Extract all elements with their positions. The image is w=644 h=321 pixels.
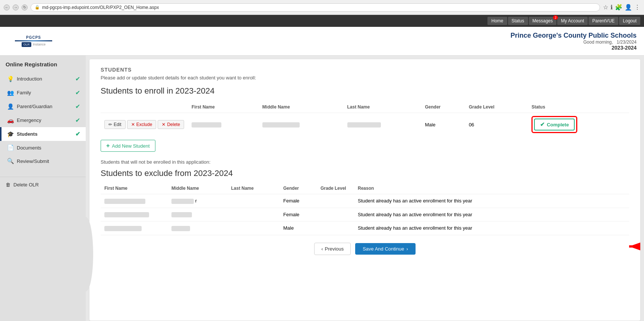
excl-reason-2: Student already has an active enrollment… xyxy=(354,208,629,221)
main-layout: Online Registration 💡 Introduction ✔ 👥 F… xyxy=(0,56,644,321)
delete-olr-label: Delete OLR xyxy=(13,182,39,188)
complete-badge: ✔ Complete xyxy=(534,119,575,130)
student-last-name xyxy=(344,113,422,136)
top-navigation: Home Status Messages 2 My Account Parent… xyxy=(0,15,644,27)
family-icon: 👥 xyxy=(7,89,14,96)
url-bar[interactable]: 🔒 md-pgcps-imp.edupoint.com/OLR/PXP2_OEN… xyxy=(31,3,600,12)
sidebar-item-introduction[interactable]: 💡 Introduction ✔ xyxy=(0,72,86,86)
sidebar-divider xyxy=(0,177,86,177)
logo: PGCPS OLR Instance xyxy=(7,30,60,52)
excl-gender-1: Female xyxy=(280,194,317,208)
sidebar-label-family: Family xyxy=(17,90,72,95)
excl-last-name-3 xyxy=(227,221,280,235)
action-buttons: ✏ Edit ✕ Exclude ✕ Delete xyxy=(104,120,184,129)
sidebar-item-review-submit[interactable]: 🔍 Review/Submit xyxy=(0,154,86,168)
previous-button[interactable]: ‹ Previous xyxy=(314,243,351,255)
col-header-last-name: Last Name xyxy=(344,101,422,113)
excl-last-name-2 xyxy=(227,208,280,221)
status-nav-link[interactable]: Status xyxy=(508,17,528,25)
lightbulb-icon: 💡 xyxy=(7,76,14,82)
logo-instance: Instance xyxy=(33,43,45,46)
sidebar-label-introduction: Introduction xyxy=(17,76,72,82)
table-row: ✏ Edit ✕ Exclude ✕ Delete xyxy=(101,113,629,136)
student-status-cell: ✔ Complete xyxy=(528,113,629,136)
excl-middle-name-1: r xyxy=(168,194,227,208)
school-year: 2023-2024 xyxy=(511,45,637,51)
save-and-continue-button[interactable]: Save And Continue › xyxy=(355,243,416,255)
table-row: r Female Student already has an active e… xyxy=(101,194,629,208)
sidebar-label-documents: Documents xyxy=(17,145,80,151)
graduation-icon: 🎓 xyxy=(7,131,14,138)
complete-label: Complete xyxy=(547,122,569,128)
sidebar-label-parent: Parent/Guardian xyxy=(17,104,72,109)
forward-button[interactable]: → xyxy=(13,4,19,10)
my-account-nav-link[interactable]: My Account xyxy=(557,17,588,25)
student-gender: Male xyxy=(421,113,465,136)
exclude-student-button[interactable]: ✕ Exclude xyxy=(127,120,157,129)
excl-col-first-name: First Name xyxy=(101,183,168,194)
trash-icon: 🗑 xyxy=(6,182,10,188)
excl-first-name-2 xyxy=(101,208,168,221)
bookmark-icon[interactable]: ☆ xyxy=(603,4,608,11)
col-header-gender: Gender xyxy=(421,101,465,113)
home-nav-link[interactable]: Home xyxy=(487,17,507,25)
sidebar-item-delete-olr[interactable]: 🗑 Delete OLR xyxy=(0,179,86,191)
logo-olr-badge: OLR xyxy=(22,42,31,47)
excl-col-gender: Gender xyxy=(280,183,317,194)
plus-icon: + xyxy=(106,142,110,149)
info-icon[interactable]: ℹ xyxy=(610,4,613,11)
refresh-button[interactable]: ↻ xyxy=(22,4,28,10)
logo-pgcps-text: PGCPS xyxy=(26,35,41,40)
back-button[interactable]: ← xyxy=(4,4,10,10)
main-content-area: STUDENTS Please add or update student de… xyxy=(89,59,640,321)
school-info: Prince George's County Public Schools Go… xyxy=(511,32,637,51)
excluded-students-table: First Name Middle Name Last Name Gender … xyxy=(101,183,629,235)
delete-student-button[interactable]: ✕ Delete xyxy=(158,120,184,129)
sidebar-item-parent-guardian[interactable]: 👤 Parent/Guardian ✔ xyxy=(0,100,86,113)
student-grade-level: 06 xyxy=(465,113,528,136)
sidebar-item-emergency[interactable]: 🚗 Emergency ✔ xyxy=(0,113,86,127)
profile-icon[interactable]: 👤 xyxy=(625,4,632,11)
menu-icon[interactable]: ⋮ xyxy=(634,4,640,11)
car-icon: 🚗 xyxy=(7,117,14,124)
excl-last-name-1 xyxy=(227,194,280,208)
logo-area: PGCPS OLR Instance xyxy=(7,30,60,52)
app-header: PGCPS OLR Instance Prince George's Count… xyxy=(0,27,644,56)
enrolled-students-table: First Name Middle Name Last Name Gender … xyxy=(101,101,629,136)
excl-middle-name-2 xyxy=(168,208,227,221)
blurred-middle-name xyxy=(262,122,300,128)
col-header-status: Status xyxy=(528,101,629,113)
sidebar: Online Registration 💡 Introduction ✔ 👥 F… xyxy=(0,56,86,321)
excl-reason-3: Student already has an active enrollment… xyxy=(354,221,629,235)
sidebar-title: Online Registration xyxy=(0,61,86,72)
sidebar-label-review: Review/Submit xyxy=(17,158,80,164)
chevron-right-icon: › xyxy=(406,246,408,252)
col-header-actions xyxy=(101,101,188,113)
mn-suffix-1: r xyxy=(195,198,197,204)
excl-col-reason: Reason xyxy=(354,183,629,194)
edit-student-button[interactable]: ✏ Edit xyxy=(104,120,126,129)
sidebar-item-family[interactable]: 👥 Family ✔ xyxy=(0,86,86,100)
excl-grade-3 xyxy=(317,221,354,235)
browser-chrome: ← → ↻ 🔒 md-pgcps-imp.edupoint.com/OLR/PX… xyxy=(0,0,644,15)
excl-gender-2: Female xyxy=(280,208,317,221)
exclude-icon: ✕ xyxy=(131,122,135,127)
browser-icons: ☆ ℹ 🧩 👤 ⋮ xyxy=(603,4,640,11)
add-new-student-button[interactable]: + Add New Student xyxy=(101,140,155,152)
parent-check-icon: ✔ xyxy=(75,103,80,110)
excl-col-last-name: Last Name xyxy=(227,183,280,194)
excl-grade-1 xyxy=(317,194,354,208)
col-header-grade-level: Grade Level xyxy=(465,101,528,113)
blurred-last-name xyxy=(347,122,381,128)
logout-nav-link[interactable]: Logout xyxy=(619,17,640,25)
parentvue-nav-link[interactable]: ParentVUE xyxy=(588,17,618,25)
messages-nav-link[interactable]: Messages 2 xyxy=(529,17,557,25)
sidebar-item-students[interactable]: 🎓 Students ✔ xyxy=(0,127,86,141)
col-header-middle-name: Middle Name xyxy=(259,101,344,113)
sidebar-item-documents[interactable]: 📄 Documents xyxy=(0,141,86,154)
extension-icon[interactable]: 🧩 xyxy=(615,4,622,11)
blurred-mn-2 xyxy=(171,212,192,217)
logo-line xyxy=(15,40,52,41)
document-icon: 📄 xyxy=(7,144,14,151)
excl-first-name-3 xyxy=(101,221,168,235)
